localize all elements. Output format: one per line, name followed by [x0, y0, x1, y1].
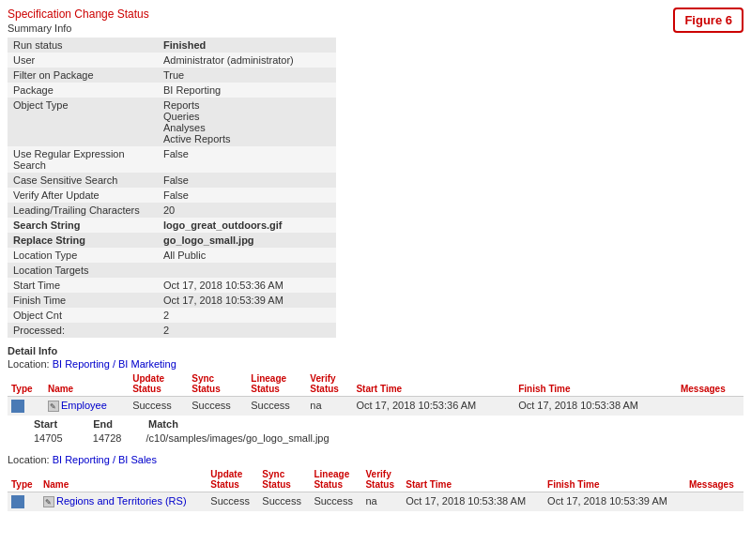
cell-0-0-4: Oct 17, 2018 10:53:36 AM	[352, 397, 514, 416]
summary-label-3: Package	[8, 83, 158, 98]
summary-value-8: 20	[158, 203, 336, 218]
cell-1-0-0: Success	[207, 492, 258, 512]
cell-0-0-3: na	[306, 397, 352, 416]
cell-0-0-1: Success	[188, 397, 247, 416]
col-header-0-2: Update Status	[129, 371, 188, 397]
detail-table-0: TypeNameUpdate StatusSync StatusLineage …	[8, 371, 743, 446]
detail-section: Detail Info Location: BI Reporting / BI …	[8, 345, 743, 511]
cell-1-0-3: na	[361, 492, 402, 512]
summary-label-7: Verify After Update	[8, 188, 158, 203]
name-cell: ✎Regions and Territories (RS)	[39, 492, 207, 512]
type-cell	[8, 492, 39, 512]
col-header-0-5: Verify Status	[306, 371, 352, 397]
summary-value-12	[158, 263, 336, 278]
location-label-0: Location: BI Reporting / BI Marketing	[8, 358, 743, 370]
summary-value-16: 2	[158, 323, 336, 338]
summary-label-8: Leading/Trailing Characters	[8, 203, 158, 218]
col-header-1-2: Update Status	[207, 467, 258, 492]
type-icon	[11, 495, 24, 508]
summary-label-6: Case Sensitive Search	[8, 173, 158, 188]
location-path-1[interactable]: BI Reporting / BI Sales	[53, 454, 157, 465]
table-row: ✎EmployeeSuccessSuccessSuccessnaOct 17, …	[8, 397, 743, 416]
col-header-0-1: Name	[44, 371, 129, 397]
sub-start-label: Start	[34, 418, 57, 430]
name-link[interactable]: Employee	[61, 400, 107, 411]
summary-title: Summary Info	[8, 23, 149, 34]
sub-end-val: 14728	[93, 432, 122, 444]
summary-value-15: 2	[158, 308, 336, 323]
summary-value-14: Oct 17, 2018 10:53:39 AM	[158, 293, 336, 308]
summary-value-0: Finished	[158, 38, 336, 53]
type-icon	[11, 400, 24, 413]
summary-value-13: Oct 17, 2018 10:53:36 AM	[158, 278, 336, 293]
summary-table: Run statusFinishedUserAdministrator (adm…	[8, 38, 336, 338]
col-header-0-7: Finish Time	[514, 371, 677, 397]
cell-1-0-5: Oct 17, 2018 10:53:39 AM	[544, 492, 685, 512]
cell-0-0-6	[677, 397, 743, 416]
summary-label-1: User	[8, 53, 158, 68]
col-header-0-4: Lineage Status	[247, 371, 306, 397]
summary-label-13: Start Time	[8, 278, 158, 293]
summary-value-3: BI Reporting	[158, 83, 336, 98]
summary-label-11: Location Type	[8, 248, 158, 263]
col-header-1-0: Type	[8, 467, 39, 492]
summary-label-12: Location Targets	[8, 263, 158, 278]
col-header-1-1: Name	[39, 467, 207, 492]
location-label-1: Location: BI Reporting / BI Sales	[8, 454, 743, 465]
table-row: ✎Regions and Territories (RS)SuccessSucc…	[8, 492, 743, 512]
detail-title: Detail Info	[8, 345, 743, 356]
location-path-0[interactable]: BI Reporting / BI Marketing	[53, 358, 176, 370]
summary-value-5: False	[158, 146, 336, 173]
col-header-1-8: Messages	[685, 467, 743, 492]
summary-label-2: Filter on Package	[8, 68, 158, 83]
sub-match-val: /c10/samples/images/go_logo_small.jpg	[146, 432, 330, 444]
col-header-1-5: Verify Status	[361, 467, 402, 492]
summary-value-11: All Public	[158, 248, 336, 263]
sub-row: Start End Match14705 14728 /c10/samples/…	[8, 416, 743, 446]
summary-value-4: ReportsQueriesAnalysesActive Reports	[158, 98, 336, 146]
col-header-1-6: Start Time	[402, 467, 544, 492]
summary-label-14: Finish Time	[8, 293, 158, 308]
edit-icon[interactable]: ✎	[48, 401, 59, 412]
sub-end-label: End	[93, 418, 113, 430]
sub-start-val: 14705	[34, 432, 63, 444]
summary-label-15: Object Cnt	[8, 308, 158, 323]
col-header-1-3: Sync Status	[258, 467, 310, 492]
type-cell	[8, 397, 44, 416]
name-link[interactable]: Regions and Territories (RS)	[56, 495, 187, 507]
edit-icon[interactable]: ✎	[43, 496, 54, 507]
col-header-0-6: Start Time	[352, 371, 514, 397]
summary-value-6: False	[158, 173, 336, 188]
summary-label-5: Use Regular Expression Search	[8, 146, 158, 173]
col-header-1-4: Lineage Status	[310, 467, 361, 492]
summary-value-1: Administrator (administrator)	[158, 53, 336, 68]
sub-match-label: Match	[148, 418, 178, 430]
summary-label-4: Object Type	[8, 98, 158, 146]
summary-value-9: logo_great_outdoors.gif	[158, 218, 336, 233]
summary-label-0: Run status	[8, 38, 158, 53]
col-header-0-8: Messages	[677, 371, 743, 397]
col-header-0-3: Sync Status	[188, 371, 247, 397]
summary-value-2: True	[158, 68, 336, 83]
summary-label-16: Processed:	[8, 323, 158, 338]
summary-value-10: go_logo_small.jpg	[158, 233, 336, 248]
col-header-1-7: Finish Time	[544, 467, 685, 492]
cell-1-0-4: Oct 17, 2018 10:53:38 AM	[402, 492, 544, 512]
cell-1-0-6	[685, 492, 743, 512]
figure-badge: Figure 6	[673, 8, 743, 33]
cell-1-0-1: Success	[258, 492, 310, 512]
col-header-0-0: Type	[8, 371, 44, 397]
sub-row-content: Start End Match14705 14728 /c10/samples/…	[8, 416, 743, 446]
cell-0-0-5: Oct 17, 2018 10:53:38 AM	[514, 397, 677, 416]
cell-0-0-2: Success	[247, 397, 306, 416]
cell-0-0-0: Success	[129, 397, 188, 416]
name-cell: ✎Employee	[44, 397, 129, 416]
summary-label-9: Search String	[8, 218, 158, 233]
detail-table-1: TypeNameUpdate StatusSync StatusLineage …	[8, 467, 743, 511]
summary-value-7: False	[158, 188, 336, 203]
cell-1-0-2: Success	[310, 492, 361, 512]
page-title: Specification Change Status	[8, 8, 149, 21]
summary-label-10: Replace String	[8, 233, 158, 248]
